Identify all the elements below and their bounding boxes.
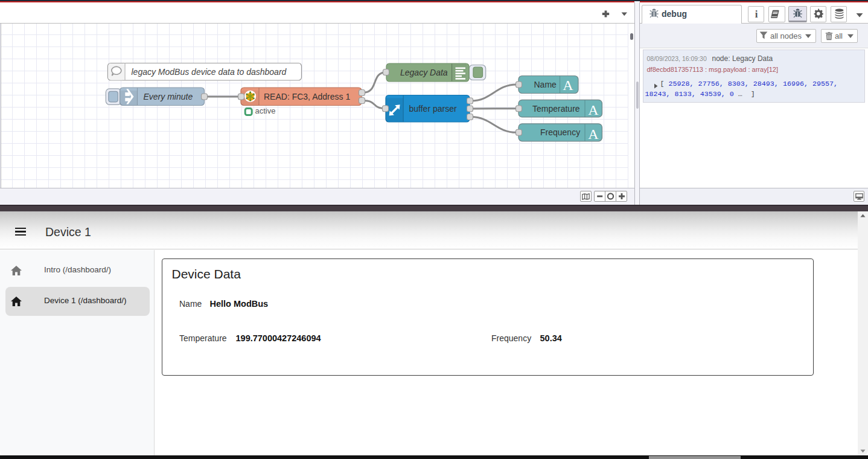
svg-text:A: A xyxy=(563,77,573,93)
svg-text:Name: Name xyxy=(534,80,557,89)
svg-text:A: A xyxy=(588,126,599,142)
svg-text:buffer parser: buffer parser xyxy=(409,104,457,114)
svg-text:A: A xyxy=(588,102,599,118)
svg-text:READ: FC3, Address 1: READ: FC3, Address 1 xyxy=(264,92,350,101)
svg-text:Frequency: Frequency xyxy=(540,127,580,137)
svg-text:Every minute: Every minute xyxy=(144,92,193,101)
svg-text:legacy ModBus device data to d: legacy ModBus device data to dashboard xyxy=(132,67,287,77)
svg-text:Temperature: Temperature xyxy=(532,104,580,114)
svg-text:active: active xyxy=(255,106,276,115)
svg-text:Legacy Data: Legacy Data xyxy=(400,68,448,77)
